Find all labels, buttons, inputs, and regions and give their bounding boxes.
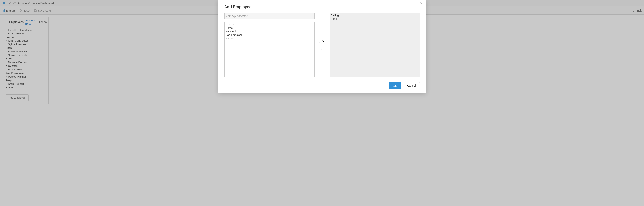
move-left-button[interactable]: < xyxy=(319,47,325,52)
filter-by-ancestor-combo[interactable]: Filter by ancestor xyxy=(224,13,315,19)
list-option[interactable]: Rome xyxy=(224,26,314,30)
available-column: Filter by ancestor LondonRomeNew YorkSan… xyxy=(224,13,315,77)
close-icon[interactable]: ✕ xyxy=(420,1,424,5)
list-option[interactable]: Tokyo xyxy=(224,37,314,40)
list-option[interactable]: New York xyxy=(224,30,314,33)
filter-placeholder: Filter by ancestor xyxy=(226,14,310,17)
available-listbox[interactable]: LondonRomeNew YorkSan FranciscoTokyo xyxy=(224,22,315,77)
cancel-button[interactable]: Cancel xyxy=(403,82,420,89)
modal-overlay: ✕ Add Employee Filter by ancestor London… xyxy=(0,0,644,206)
list-option[interactable]: San Francisco xyxy=(224,33,314,37)
move-buttons-column: > < xyxy=(318,13,326,77)
move-right-button[interactable]: > xyxy=(319,38,325,43)
list-option[interactable]: Paris xyxy=(330,17,420,21)
selected-listbox[interactable]: BeijingParis xyxy=(330,13,420,77)
chevron-down-icon xyxy=(310,15,312,17)
dual-list-selector: Filter by ancestor LondonRomeNew YorkSan… xyxy=(224,13,420,77)
ok-button[interactable]: OK xyxy=(389,82,401,89)
modal-footer: OK Cancel xyxy=(224,82,420,89)
modal-title: Add Employee xyxy=(224,5,420,9)
add-employee-modal: ✕ Add Employee Filter by ancestor London… xyxy=(218,0,426,93)
list-option[interactable]: London xyxy=(224,23,314,26)
selected-column: BeijingParis xyxy=(330,13,420,77)
list-option[interactable]: Beijing xyxy=(330,14,420,17)
